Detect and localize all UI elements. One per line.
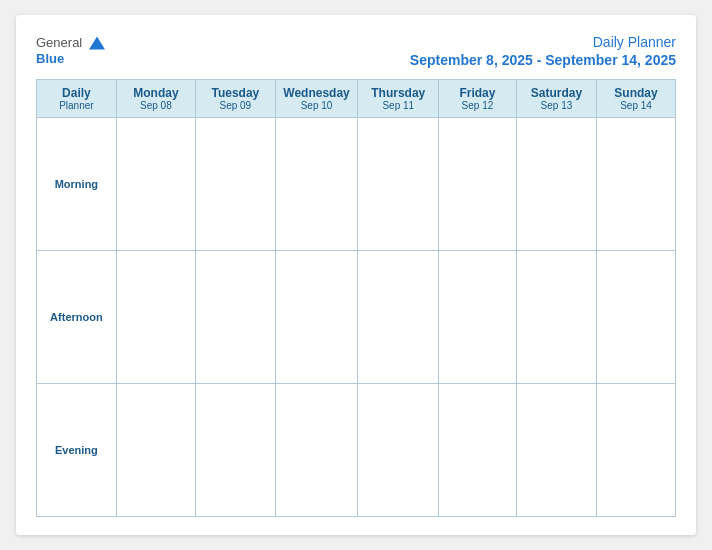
logo-icon <box>89 36 105 50</box>
planner-title: Daily Planner <box>593 34 676 50</box>
header-cell-label: Daily Planner <box>37 80 117 118</box>
calendar-table: Daily Planner Monday Sep 08 Tuesday Sep … <box>36 79 676 517</box>
cell-fri-afternoon[interactable] <box>439 251 517 384</box>
cell-fri-morning[interactable] <box>439 118 517 251</box>
row-label-morning: Morning <box>37 118 117 251</box>
header-cell-tue: Tuesday Sep 09 <box>196 80 276 118</box>
row-label-afternoon: Afternoon <box>37 251 117 384</box>
cell-thu-afternoon[interactable] <box>358 251 439 384</box>
cell-mon-afternoon[interactable] <box>116 251 195 384</box>
cell-wed-morning[interactable] <box>275 118 358 251</box>
table-row-evening: Evening <box>37 384 676 517</box>
cell-tue-evening[interactable] <box>196 384 276 517</box>
header-cell-fri: Friday Sep 12 <box>439 80 517 118</box>
table-row-afternoon: Afternoon <box>37 251 676 384</box>
row-label-evening: Evening <box>37 384 117 517</box>
cell-thu-evening[interactable] <box>358 384 439 517</box>
logo-area: General Blue <box>36 33 105 66</box>
logo: General <box>36 33 105 51</box>
cell-mon-morning[interactable] <box>116 118 195 251</box>
cell-tue-morning[interactable] <box>196 118 276 251</box>
header: General Blue Daily Planner September 8, … <box>36 33 676 69</box>
header-cell-wed: Wednesday Sep 10 <box>275 80 358 118</box>
header-cell-sun: Sunday Sep 14 <box>597 80 676 118</box>
logo-general-text: General <box>36 35 82 50</box>
cell-tue-afternoon[interactable] <box>196 251 276 384</box>
cell-sun-morning[interactable] <box>597 118 676 251</box>
planner-date-range: September 8, 2025 - September 14, 2025 <box>410 52 676 68</box>
logo-blue-text: Blue <box>36 51 64 66</box>
table-header-row: Daily Planner Monday Sep 08 Tuesday Sep … <box>37 80 676 118</box>
cell-sat-evening[interactable] <box>516 384 596 517</box>
cell-sat-morning[interactable] <box>516 118 596 251</box>
cell-mon-evening[interactable] <box>116 384 195 517</box>
planner-page: General Blue Daily Planner September 8, … <box>16 15 696 535</box>
cell-sun-afternoon[interactable] <box>597 251 676 384</box>
cell-fri-evening[interactable] <box>439 384 517 517</box>
header-cell-thu: Thursday Sep 11 <box>358 80 439 118</box>
title-area: Daily Planner September 8, 2025 - Septem… <box>410 33 676 69</box>
cell-thu-morning[interactable] <box>358 118 439 251</box>
svg-marker-0 <box>89 36 105 49</box>
cell-sat-afternoon[interactable] <box>516 251 596 384</box>
header-cell-sat: Saturday Sep 13 <box>516 80 596 118</box>
cell-wed-evening[interactable] <box>275 384 358 517</box>
cell-sun-evening[interactable] <box>597 384 676 517</box>
table-row-morning: Morning <box>37 118 676 251</box>
cell-wed-afternoon[interactable] <box>275 251 358 384</box>
header-cell-mon: Monday Sep 08 <box>116 80 195 118</box>
